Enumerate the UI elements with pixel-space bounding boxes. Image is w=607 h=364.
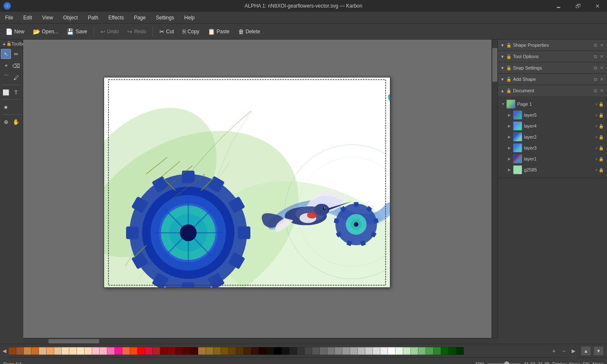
color-swatch[interactable]: [365, 347, 373, 355]
color-swatch[interactable]: [46, 347, 54, 355]
toolbox-collapse-arrow[interactable]: ▲: [2, 41, 6, 46]
minimize-button[interactable]: 🗕: [549, 0, 568, 12]
color-swatch[interactable]: [411, 347, 418, 355]
cut-button[interactable]: ✂ Cut: [156, 27, 178, 37]
canvas-area[interactable]: [23, 40, 492, 338]
color-swatch[interactable]: [115, 347, 122, 355]
color-swatch[interactable]: [251, 347, 259, 355]
color-swatch[interactable]: [289, 347, 297, 355]
select-tool[interactable]: ↖: [1, 49, 11, 59]
menu-path[interactable]: Path: [83, 12, 104, 24]
redo-button[interactable]: ↪ Redo: [124, 27, 150, 37]
colorbar-scroll-left-button[interactable]: ◀: [0, 344, 8, 358]
color-swatch[interactable]: [107, 347, 115, 355]
pan-tool[interactable]: ✋: [11, 117, 21, 127]
copy-button[interactable]: ⎘ Copy: [179, 27, 203, 37]
eraser-tool[interactable]: ⌫: [11, 61, 21, 71]
color-swatch[interactable]: [403, 347, 411, 355]
color-swatch[interactable]: [236, 347, 244, 355]
add-shape-close-btn[interactable]: ✕: [599, 77, 604, 82]
color-swatch[interactable]: [449, 347, 456, 355]
color-swatch[interactable]: [191, 347, 198, 355]
shape-properties-float-btn[interactable]: ⧉: [593, 43, 598, 48]
menu-file[interactable]: File: [0, 12, 18, 24]
color-swatch[interactable]: [335, 347, 342, 355]
color-swatch[interactable]: [456, 347, 464, 355]
page-down-button[interactable]: ▼: [594, 346, 604, 356]
color-swatch[interactable]: [175, 347, 183, 355]
menu-page[interactable]: Page: [129, 12, 151, 24]
color-swatch[interactable]: [99, 347, 107, 355]
color-swatch[interactable]: [297, 347, 304, 355]
snap-settings-float-btn[interactable]: ⧉: [593, 65, 598, 71]
color-swatch[interactable]: [312, 347, 320, 355]
color-swatch[interactable]: [441, 347, 449, 355]
color-swatch[interactable]: [350, 347, 357, 355]
close-button[interactable]: ✕: [588, 0, 607, 12]
add-color-button[interactable]: +: [549, 344, 559, 358]
color-swatch[interactable]: [137, 347, 145, 355]
color-swatch[interactable]: [160, 347, 168, 355]
page-up-button[interactable]: ▲: [581, 346, 591, 356]
document-float-btn[interactable]: ⧉: [593, 88, 598, 94]
color-swatch[interactable]: [228, 347, 236, 355]
color-swatch[interactable]: [183, 347, 191, 355]
color-swatch[interactable]: [282, 347, 289, 355]
menu-settings[interactable]: Settings: [151, 12, 179, 24]
color-swatch[interactable]: [327, 347, 335, 355]
new-button[interactable]: 📄 New: [2, 27, 28, 37]
document-close-btn[interactable]: ✕: [599, 88, 604, 94]
color-swatch[interactable]: [395, 347, 403, 355]
color-swatch[interactable]: [274, 347, 282, 355]
color-swatch[interactable]: [213, 347, 221, 355]
color-swatch[interactable]: [122, 347, 130, 355]
color-swatch[interactable]: [357, 347, 365, 355]
color-swatch[interactable]: [153, 347, 160, 355]
tool-options-close-btn[interactable]: ✕: [599, 54, 604, 59]
color-swatch[interactable]: [259, 347, 266, 355]
color-swatch[interactable]: [16, 347, 24, 355]
layer-item-layer4[interactable]: ▶ layer4 ≡ 🔒: [500, 120, 605, 131]
color-swatch[interactable]: [426, 347, 433, 355]
star-tool[interactable]: ★: [1, 102, 11, 112]
layer-item-layer2[interactable]: ▶ layer2 ≡ 🔒: [500, 131, 605, 142]
color-swatch[interactable]: [244, 347, 251, 355]
color-swatch[interactable]: [221, 347, 228, 355]
menu-view[interactable]: View: [37, 12, 58, 24]
eyedropper-tool[interactable]: 🖊: [11, 72, 21, 83]
tool-options-float-btn[interactable]: ⧉: [593, 54, 598, 59]
text-tool[interactable]: T: [11, 87, 21, 97]
bezier-tool[interactable]: ⌒: [1, 72, 11, 83]
color-swatch[interactable]: [145, 347, 153, 355]
save-button[interactable]: 💾 Save: [63, 27, 91, 37]
color-swatch[interactable]: [24, 347, 31, 355]
shape-properties-close-btn[interactable]: ✕: [599, 43, 604, 48]
pencil-tool[interactable]: ✏: [11, 49, 21, 59]
layer-item-layer1[interactable]: ▶ layer1 ≡ 🔒: [500, 153, 605, 164]
color-swatch[interactable]: [69, 347, 77, 355]
color-swatch[interactable]: [39, 347, 46, 355]
menu-help[interactable]: Help: [179, 12, 200, 24]
color-swatch[interactable]: [380, 347, 388, 355]
add-shape-header[interactable]: 🔓 Add Shape ⧉ ✕: [498, 74, 607, 85]
color-swatch[interactable]: [62, 347, 69, 355]
layer-item-layer5[interactable]: ▶ layer5 ≡ 🔒: [500, 110, 605, 120]
menu-edit[interactable]: Edit: [18, 12, 37, 24]
color-swatch[interactable]: [77, 347, 84, 355]
color-swatch[interactable]: [92, 347, 99, 355]
shape-properties-header[interactable]: 🔓 Shape Properties ⧉ ✕: [498, 40, 607, 51]
artwork-canvas[interactable]: [104, 77, 390, 288]
delete-button[interactable]: 🗑 Delete: [234, 27, 264, 37]
color-swatch[interactable]: [373, 347, 380, 355]
color-swatch[interactable]: [54, 347, 62, 355]
colorbar-scroll-right-button[interactable]: ▶: [569, 344, 577, 358]
color-swatch[interactable]: [266, 347, 274, 355]
maximize-button[interactable]: 🗗: [568, 0, 588, 12]
snap-settings-close-btn[interactable]: ✕: [599, 65, 604, 71]
color-swatch[interactable]: [168, 347, 175, 355]
color-swatch[interactable]: [31, 347, 39, 355]
color-swatch[interactable]: [304, 347, 312, 355]
paste-button[interactable]: 📋 Paste: [204, 27, 234, 37]
document-header[interactable]: 🔓 Document ⧉ ✕: [498, 85, 607, 96]
zoom-thumb[interactable]: [504, 361, 509, 364]
